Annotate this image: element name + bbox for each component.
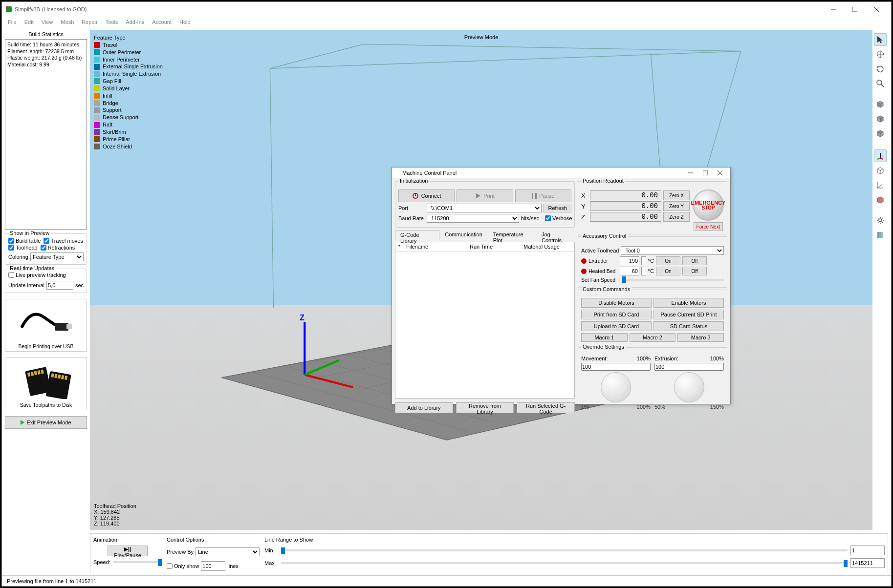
disable-motors-button[interactable]: Disable Motors xyxy=(581,298,652,308)
bed-off-button[interactable]: Off xyxy=(682,267,707,275)
remove-library-button[interactable]: Remove from Library xyxy=(456,402,514,413)
macro-3-button[interactable]: Macro 3 xyxy=(677,333,724,342)
refresh-button[interactable]: Refresh xyxy=(544,204,571,212)
add-library-button[interactable]: Add to Library xyxy=(395,402,453,413)
chk-retractions[interactable]: Retractions xyxy=(41,245,75,251)
stat-cost: Material cost: 9.99 xyxy=(7,62,85,68)
tab-communication[interactable]: Communication xyxy=(439,230,487,240)
bed-indicator-icon xyxy=(581,269,587,274)
menu-tools[interactable]: Tools xyxy=(106,19,118,25)
macro-1-button[interactable]: Macro 1 xyxy=(581,333,628,342)
menu-repair[interactable]: Repair xyxy=(82,19,97,25)
only-show-checkbox[interactable]: Only show xyxy=(167,563,199,569)
verbose-checkbox[interactable]: Verbose xyxy=(545,215,571,221)
viewport-3d[interactable]: Z Feature Type TravelOuter PerimeterInne… xyxy=(90,30,872,530)
menu-edit[interactable]: Edit xyxy=(24,19,34,25)
menu-view[interactable]: View xyxy=(42,19,53,25)
titlebar: Simplify3D (Licensed to GOD) xyxy=(2,2,891,17)
connect-button[interactable]: Connect xyxy=(398,189,455,202)
run-gcode-button[interactable]: Run Selected G-Code xyxy=(517,402,575,413)
only-show-input[interactable] xyxy=(201,561,225,571)
fan-speed-slider[interactable] xyxy=(622,279,724,281)
menu-mesh[interactable]: Mesh xyxy=(61,19,74,25)
enable-motors-button[interactable]: Enable Motors xyxy=(653,298,724,308)
usb-card[interactable]: Begin Printing over USB xyxy=(5,299,87,352)
max-line-slider[interactable] xyxy=(281,562,848,564)
preview-by-select[interactable]: Line xyxy=(196,547,260,556)
realtime-title: Real-time Updates xyxy=(8,265,56,271)
machine-control-panel: Machine Control Panel Initialization xyxy=(392,167,731,404)
upload-sd-button[interactable]: Upload to SD Card xyxy=(581,321,652,331)
maximize-button[interactable] xyxy=(844,2,866,16)
sd-status-button[interactable]: SD Card Status xyxy=(653,321,724,331)
normals-icon[interactable] xyxy=(874,179,887,191)
chk-toolhead[interactable]: Toolhead xyxy=(8,245,38,251)
rotate-tool-icon[interactable] xyxy=(874,63,887,75)
extruder-on-button[interactable]: On xyxy=(656,256,680,265)
svg-line-43 xyxy=(881,84,884,87)
pause-sd-button[interactable]: Pause Current SD Print xyxy=(653,310,724,319)
chk-travel-moves[interactable]: Travel moves xyxy=(44,238,83,244)
svg-line-54 xyxy=(877,158,880,159)
baud-select[interactable]: 115200 xyxy=(427,214,519,223)
zoom-tool-icon[interactable] xyxy=(874,77,887,90)
section-icon[interactable] xyxy=(874,193,887,206)
movement-knob[interactable] xyxy=(601,372,631,402)
print-sd-button[interactable]: Print from SD Card xyxy=(581,310,652,319)
movement-override-input[interactable] xyxy=(581,363,651,371)
tab-g-code-library[interactable]: G-Code Library xyxy=(395,230,439,240)
tab-temperature-plot[interactable]: Temperature Plot xyxy=(488,230,536,240)
pause-button[interactable]: Pause xyxy=(515,189,571,202)
force-next-button[interactable]: Force Next xyxy=(694,222,723,231)
play-pause-button[interactable]: ▶|| Play/Pause xyxy=(108,546,148,556)
exit-preview-button[interactable]: Exit Preview Mode xyxy=(5,416,87,429)
max-line-input[interactable] xyxy=(850,558,885,568)
menu-account[interactable]: Account xyxy=(152,19,172,25)
menu-help[interactable]: Help xyxy=(179,19,191,25)
toolhead-select[interactable]: Tool 0 xyxy=(621,246,724,255)
bed-temp-input[interactable] xyxy=(620,267,639,275)
extrusion-knob[interactable] xyxy=(674,372,704,402)
view-front-icon[interactable] xyxy=(874,112,887,125)
macro-2-button[interactable]: Macro 2 xyxy=(630,333,676,342)
mcp-maximize-button[interactable] xyxy=(698,168,713,178)
toolhead-position: Toolhead Position X: 159.842 Y: 127.285 … xyxy=(94,503,136,526)
tab-jog-controls[interactable]: Jog Controls xyxy=(536,230,575,240)
extruder-off-button[interactable]: Off xyxy=(682,256,707,265)
mcp-close-button[interactable] xyxy=(713,168,727,178)
settings-icon[interactable] xyxy=(874,214,887,227)
extruder-temp-input[interactable] xyxy=(620,256,639,265)
close-button[interactable] xyxy=(866,2,887,16)
emergency-stop-button[interactable]: EMERGENCYSTOP xyxy=(693,189,724,221)
zero-z-button[interactable]: Zero Z xyxy=(663,212,690,222)
extrusion-override-input[interactable] xyxy=(654,363,724,371)
gcode-list[interactable]: * Filename Run Time Material Usage xyxy=(395,242,575,399)
chk-build-table[interactable]: Build table xyxy=(8,238,41,244)
min-line-slider[interactable] xyxy=(281,549,848,551)
minimize-button[interactable] xyxy=(823,2,844,16)
interval-input[interactable] xyxy=(46,281,73,290)
arrow-tool-icon[interactable] xyxy=(874,33,887,46)
coloring-select[interactable]: Feature Type xyxy=(30,252,84,261)
mcp-minimize-button[interactable] xyxy=(683,168,698,178)
port-select[interactable]: \\.\COM1 xyxy=(427,204,542,212)
chk-live-preview[interactable]: Live preview tracking xyxy=(8,272,84,278)
wireframe-icon[interactable] xyxy=(874,164,887,177)
menu-file[interactable]: File xyxy=(8,19,17,25)
pan-tool-icon[interactable] xyxy=(874,48,887,61)
view-side-icon[interactable] xyxy=(874,127,887,140)
library-icon[interactable] xyxy=(874,229,887,241)
feature-inner-perimeter: Inner Perimeter xyxy=(94,56,163,63)
print-button[interactable]: Print xyxy=(457,189,513,202)
menu-add-ins[interactable]: Add-Ins xyxy=(126,19,144,25)
view-top-icon[interactable] xyxy=(874,98,887,110)
disk-card[interactable]: Save Toolpaths to Disk xyxy=(5,357,87,410)
svg-rect-39 xyxy=(535,193,537,199)
speed-slider[interactable] xyxy=(113,561,162,563)
axis-indicator-icon[interactable] xyxy=(874,149,887,162)
min-line-input[interactable] xyxy=(850,546,885,555)
zero-y-button[interactable]: Zero Y xyxy=(663,201,690,211)
zero-x-button[interactable]: Zero X xyxy=(663,190,690,200)
svg-line-55 xyxy=(880,158,883,159)
bed-on-button[interactable]: On xyxy=(656,267,680,275)
